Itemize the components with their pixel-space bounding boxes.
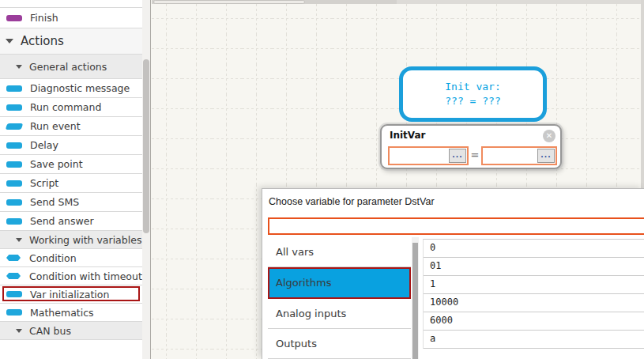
sidebar-item-label: Run command [30, 101, 101, 113]
sidebar-item-send-answer[interactable]: Send answer [0, 212, 142, 231]
event-parallelogram-icon [6, 123, 24, 130]
diagram-canvas[interactable]: Init var: ??? = ??? InitVar ✕ ... = ... … [150, 0, 644, 359]
sidebar-item-label: Finish [30, 12, 58, 24]
variable-filter-field[interactable] [268, 217, 644, 235]
sidebar-group-label: CAN bus [29, 325, 71, 337]
node-expression: ??? = ??? [445, 94, 500, 108]
canvas-right-edge [641, 0, 644, 190]
category-label: Algorithms [276, 277, 331, 289]
chevron-down-icon [16, 65, 22, 69]
sidebar-item-label: Var initialization [30, 289, 109, 300]
sidebar-item-label: Send answer [30, 215, 94, 227]
close-icon[interactable]: ✕ [543, 130, 555, 142]
sidebar-item-label: Mathematics [30, 307, 94, 319]
sidebar-item-label: Condition [29, 252, 77, 264]
sidebar-item-label: Send SMS [30, 196, 79, 208]
action-pill-icon [6, 199, 22, 206]
sidebar-item-run-event[interactable]: Run event [0, 117, 142, 136]
sidebar-item-label: Run event [30, 120, 81, 132]
canvas-horizontal-scrollbar[interactable] [152, 0, 644, 4]
finish-action-icon [6, 15, 22, 21]
action-pill-icon [6, 180, 22, 187]
variable-row[interactable]: 0 [424, 240, 644, 258]
category-label: Analog inputs [276, 308, 346, 319]
sidebar-item-var-initialization[interactable]: Var initialization [0, 285, 142, 304]
variable-row[interactable]: 01 [424, 258, 644, 276]
chevron-down-icon [6, 39, 13, 43]
action-pill-icon [6, 161, 22, 168]
category-outputs[interactable]: Outputs [268, 329, 411, 359]
category-label: Outputs [276, 338, 317, 350]
sidebar-item-save-point[interactable]: Save point [0, 155, 142, 174]
sidebar-item-condition[interactable]: Condition [0, 249, 142, 267]
dst-var-field[interactable]: ... [388, 146, 469, 165]
variable-list: 0 01 1 10000 6000 a [423, 239, 644, 349]
dialog-title: InitVar [390, 130, 426, 141]
sidebar-item-label: Script [30, 177, 58, 189]
sidebar-item-label: Delay [30, 139, 58, 151]
variable-row[interactable]: 6000 [424, 312, 644, 331]
sidebar-item-send-sms[interactable]: Send SMS [0, 193, 142, 212]
category-label: All vars [276, 246, 314, 258]
category-algorithms[interactable]: Algorithms [268, 267, 411, 299]
canvas-scrollbar-track [397, 0, 644, 4]
sidebar-group-can-bus[interactable]: CAN bus [0, 322, 142, 340]
browse-button[interactable]: ... [537, 149, 555, 163]
action-pill-icon [6, 104, 22, 111]
browse-button[interactable]: ... [449, 149, 466, 163]
src-var-field[interactable]: ... [481, 146, 557, 165]
category-scrollbar[interactable] [412, 237, 419, 359]
sidebar-item-run-command[interactable]: Run command [0, 98, 142, 117]
sidebar-group-label: Actions [21, 34, 64, 48]
variable-filter-input[interactable] [271, 219, 643, 235]
sidebar-item-diagnostic-message[interactable]: Diagnostic message [0, 79, 142, 98]
initvar-editor-dialog: InitVar ✕ ... = ... [380, 124, 562, 169]
chevron-down-icon [16, 329, 22, 333]
category-all-vars[interactable]: All vars [268, 237, 411, 267]
condition-lens-icon [6, 255, 21, 261]
sidebar-scrollbar[interactable] [142, 0, 150, 359]
choose-variable-dialog: Choose variable for parameter DstVar All… [262, 188, 644, 359]
sidebar-clipped-row [0, 0, 142, 8]
chevron-down-icon [16, 238, 22, 242]
variable-row[interactable]: 1 [424, 276, 644, 294]
sidebar-group-label: Working with variables [29, 234, 141, 246]
sidebar-item-label: Save point [30, 158, 83, 170]
sidebar-group-label: General actions [29, 61, 107, 73]
sidebar-item-delay[interactable]: Delay [0, 136, 142, 155]
sidebar-item-finish[interactable]: Finish [0, 8, 142, 28]
sidebar-group-general-actions[interactable]: General actions [0, 55, 142, 79]
sidebar-item-label: Diagnostic message [30, 82, 130, 94]
sidebar-item-mathematics[interactable]: Mathematics [0, 304, 142, 322]
category-scrollbar-thumb[interactable] [412, 243, 418, 359]
condition-lens-icon [6, 273, 21, 279]
init-var-node[interactable]: Init var: ??? = ??? [399, 66, 547, 122]
sidebar-item-condition-with-timeout[interactable]: Condition with timeout [0, 267, 142, 285]
action-pill-icon [6, 218, 22, 225]
action-pill-icon [6, 291, 22, 297]
canvas-scrollbar-thumb[interactable] [153, 0, 305, 4]
action-pill-icon [6, 309, 22, 316]
category-list: All vars Algorithms Analog inputs Output… [268, 237, 411, 359]
sidebar-group-working-with-variables[interactable]: Working with variables [0, 231, 142, 249]
action-pill-icon [6, 85, 22, 92]
sidebar-group-actions[interactable]: Actions [0, 28, 142, 55]
variable-row[interactable]: a [424, 331, 644, 349]
sidebar-scrollbar-thumb[interactable] [143, 59, 149, 233]
variable-row[interactable]: 10000 [424, 294, 644, 312]
equals-sign: = [470, 149, 480, 161]
action-pill-icon [6, 142, 22, 149]
sidebar-item-script[interactable]: Script [0, 174, 142, 193]
sidebar-item-label: Condition with timeout [29, 270, 142, 282]
node-title: Init var: [445, 80, 500, 94]
dialog-title: Choose variable for parameter DstVar [269, 196, 435, 207]
actions-sidebar: Finish Actions General actions Diagnosti… [0, 0, 142, 359]
category-analog-inputs[interactable]: Analog inputs [268, 299, 411, 329]
